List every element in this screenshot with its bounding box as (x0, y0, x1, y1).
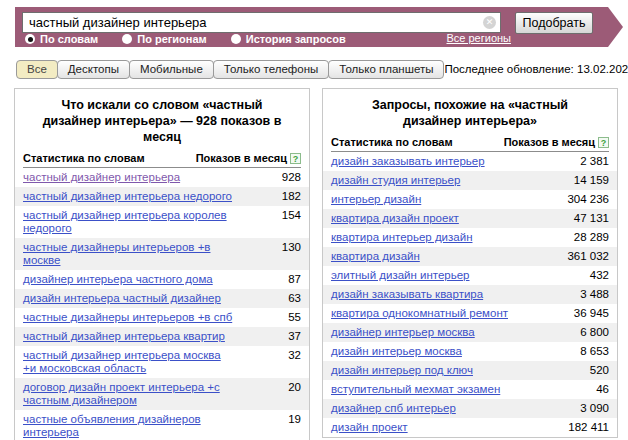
impressions-value: 14 159 (566, 174, 609, 187)
keyword-link[interactable]: дизайнер спб интерьер (331, 402, 456, 415)
radio-По регионам[interactable]: По регионам (122, 33, 206, 45)
device-tabs: ВсеДесктопыМобильныеТолько телефоныТольк… (16, 60, 444, 79)
table-row: дизайнер интерьера частного дома87 (15, 270, 309, 289)
last-update-text: Последнее обновление: 13.02.2021 (444, 63, 628, 75)
impressions-value: 19 (280, 413, 301, 426)
table-row: элитный дизайн интерьер432 (323, 266, 617, 285)
keyword-link[interactable]: квартира дизайн проект (331, 212, 459, 225)
keyword-link[interactable]: частный дизайнер интерьера (23, 171, 180, 184)
left-column-headers: Статистика по словам Показов в месяц ? (23, 150, 301, 168)
keyword-link[interactable]: частный дизайнер интерьера королев недор… (23, 209, 233, 235)
left-panel-title: Что искали со словом «частный дизайнер и… (15, 89, 309, 150)
value-column-header: Показов в месяц (196, 152, 287, 164)
impressions-value: 520 (582, 364, 609, 377)
impressions-value: 36 945 (566, 307, 609, 320)
keyword-link[interactable]: дизайн проект (331, 421, 408, 434)
submit-button[interactable]: Подобрать (515, 12, 593, 34)
table-row: частный дизайнер интерьера квартир37 (15, 327, 309, 346)
keyword-link[interactable]: квартира дизайн (331, 250, 420, 263)
radio-label: История запросов (246, 33, 346, 45)
table-row: частные дизайнеры интерьеров +в спб55 (15, 308, 309, 327)
tab-Только планшеты[interactable]: Только планшеты (328, 60, 444, 79)
keyword-link[interactable]: дизайнер интерьер москва (331, 326, 475, 339)
keyword-link[interactable]: элитный дизайн интерьер (331, 269, 470, 282)
impressions-value: 55 (280, 311, 301, 324)
help-icon[interactable]: ? (598, 137, 609, 148)
right-column-headers: Статистика по словам Показов в месяц ? (331, 134, 609, 152)
radio-История запросов[interactable]: История запросов (231, 33, 346, 45)
keyword-link[interactable]: частный дизайнер интерьера квартир (23, 330, 225, 343)
keyword-link[interactable]: частные дизайнеры интерьеров +в москве (23, 241, 233, 267)
impressions-value: 182 (274, 190, 301, 203)
table-row: договор дизайн проект интерьера +с частн… (15, 378, 309, 410)
tab-Только телефоны[interactable]: Только телефоны (213, 60, 329, 79)
table-row: дизайн заказывать квартира3 488 (323, 285, 617, 304)
table-row: частный дизайнер интерьера928 (15, 168, 309, 187)
impressions-value: 361 032 (559, 250, 609, 263)
keyword-link[interactable]: частные дизайнеры интерьеров +в спб (23, 311, 232, 324)
right-keyword-table: дизайн заказывать интерьер2 381дизайн ст… (323, 152, 617, 437)
table-row: дизайн интерьера частный дизайнер63 (15, 289, 309, 308)
table-row: квартира однокомнатный ремонт36 945 (323, 304, 617, 323)
table-row: частные дизайнеры интерьеров +в москве13… (15, 238, 309, 270)
right-panel: Запросы, похожие на «частный дизайнер ин… (322, 88, 618, 438)
left-keyword-table: частный дизайнер интерьера928частный диз… (15, 168, 309, 440)
impressions-value: 37 (280, 330, 301, 343)
radio-dot-icon[interactable] (231, 34, 241, 44)
table-row: дизайнер спб интерьер3 090 (323, 399, 617, 418)
left-panel: Что искали со словом «частный дизайнер и… (14, 88, 310, 440)
search-input[interactable] (23, 13, 500, 32)
keyword-link[interactable]: квартира интерьер дизайн (331, 231, 473, 244)
table-row: интерьер дизайн304 236 (323, 190, 617, 209)
keyword-link[interactable]: квартира однокомнатный ремонт (331, 307, 508, 320)
table-row: частный дизайнер интерьера королев недор… (15, 206, 309, 238)
tab-Мобильные[interactable]: Мобильные (129, 60, 214, 79)
search-band: ✕ Подобрать По словамПо регионамИстория … (15, 7, 623, 47)
table-row: дизайн заказывать интерьер2 381 (323, 152, 617, 171)
radio-label: По словам (40, 33, 98, 45)
impressions-value: 3 090 (572, 402, 609, 415)
tab-Десктопы[interactable]: Десктопы (57, 60, 130, 79)
table-row: квартира дизайн проект47 131 (323, 209, 617, 228)
keyword-link[interactable]: дизайнер интерьера частного дома (23, 273, 213, 286)
keyword-link[interactable]: интерьер дизайн (331, 193, 421, 206)
clear-icon[interactable]: ✕ (483, 16, 496, 29)
table-row: дизайн интерьер под ключ520 (323, 361, 617, 380)
keyword-link[interactable]: дизайн интерьер москва (331, 345, 462, 358)
impressions-value: 46 (588, 383, 609, 396)
impressions-value: 47 131 (566, 212, 609, 225)
impressions-value: 87 (280, 273, 301, 286)
keyword-column-header: Статистика по словам (331, 136, 453, 148)
keyword-link[interactable]: дизайн студия интерьер (331, 174, 460, 187)
keyword-column-header: Статистика по словам (23, 152, 145, 164)
keyword-link[interactable]: частные объявления дизайнеров интерьера (23, 413, 233, 439)
keyword-link[interactable]: частный дизайнер интерьера недорого (23, 190, 232, 203)
table-row: дизайн проект182 411 (323, 418, 617, 437)
help-icon[interactable]: ? (290, 153, 301, 164)
radio-dot-icon[interactable] (25, 34, 35, 44)
table-row: частные объявления дизайнеров интерьера1… (15, 410, 309, 440)
table-row: частный дизайнер интерьера недорого182 (15, 187, 309, 206)
impressions-value: 182 411 (560, 421, 609, 434)
radio-По словам[interactable]: По словам (25, 33, 98, 45)
keyword-link[interactable]: вступительный мехмат экзамен (331, 383, 500, 396)
impressions-value: 20 (280, 381, 301, 394)
right-panel-title: Запросы, похожие на «частный дизайнер ин… (323, 89, 617, 134)
keyword-link[interactable]: частный дизайнер интерьера москва +и мос… (23, 349, 233, 375)
impressions-value: 130 (274, 241, 301, 254)
table-row: дизайн студия интерьер14 159 (323, 171, 617, 190)
keyword-link[interactable]: дизайн заказывать квартира (331, 288, 483, 301)
impressions-value: 8 653 (572, 345, 609, 358)
keyword-link[interactable]: дизайн интерьера частный дизайнер (23, 292, 221, 305)
table-row: дизайн интерьер москва8 653 (323, 342, 617, 361)
impressions-value: 2 381 (572, 155, 609, 168)
keyword-link[interactable]: дизайн заказывать интерьер (331, 155, 485, 168)
search-input-wrap: ✕ (22, 12, 501, 33)
keyword-link[interactable]: дизайн интерьер под ключ (331, 364, 473, 377)
radio-dot-icon[interactable] (122, 34, 132, 44)
results-panels: Что искали со словом «частный дизайнер и… (14, 88, 618, 440)
regions-link[interactable]: Все регионы (446, 32, 511, 44)
tab-Все[interactable]: Все (16, 60, 58, 79)
keyword-link[interactable]: договор дизайн проект интерьера +с частн… (23, 381, 233, 407)
impressions-value: 304 236 (559, 193, 609, 206)
